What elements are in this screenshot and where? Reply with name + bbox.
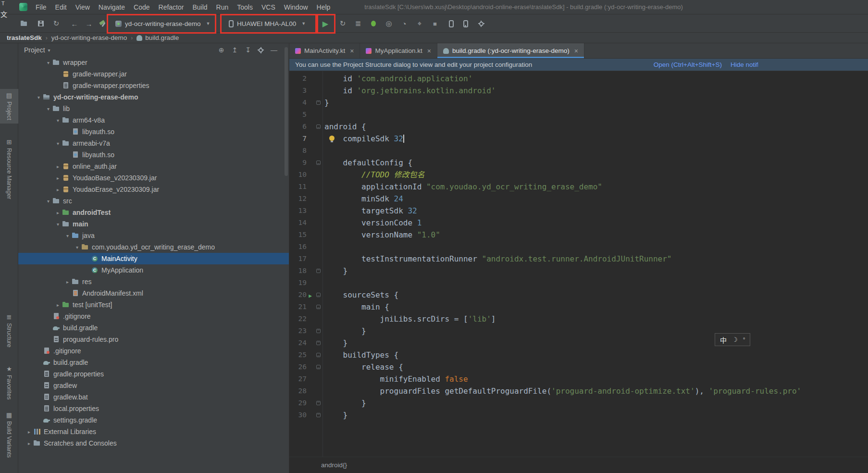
chevron-down-icon[interactable]: ▾ [54,222,62,227]
tree-item-gitignore[interactable]: .gitignore [18,311,289,322]
menu-edit[interactable]: Edit [51,3,71,11]
tree-item-androidtest[interactable]: ▸androidTest [18,207,289,218]
tree-item-armeabi-v7a[interactable]: ▾armeabi-v7a [18,137,289,149]
chevron-down-icon[interactable]: ▾ [44,199,52,204]
chevron-right-icon[interactable]: ▸ [25,441,33,446]
code-line-28[interactable]: 28 proguardFiles getDefaultProguardFile(… [289,385,868,397]
chevron-down-icon[interactable]: ▾ [44,106,52,112]
apply-changes-button[interactable]: ↻ [336,18,349,29]
tree-item-test-unittest[interactable]: ▸test [unitTest] [18,299,289,311]
tool-window-button-build-variants[interactable]: ▦Build Variants [0,409,18,461]
sync-files-button[interactable]: ↻ [50,18,62,29]
tree-item-mainactivity[interactable]: MainActivity [18,253,289,264]
breadcrumb-file[interactable]: build.gradle [145,34,179,41]
locate-file-icon[interactable]: ⊕ [219,46,224,54]
tree-item-java[interactable]: ▾java [18,230,289,241]
code-line-10[interactable]: 10 //TODO 修改包名 [289,169,868,181]
code-line-3[interactable]: 3 id 'org.jetbrains.kotlin.android' [289,85,868,97]
code-line-14[interactable]: 14 versionCode 1 [289,217,868,229]
menu-tools[interactable]: Tools [233,3,257,11]
code-line-9[interactable]: 9 defaultConfig { [289,157,868,169]
settings-gear-icon[interactable] [259,48,263,52]
chevron-down-icon[interactable]: ▾ [73,245,81,250]
chevron-right-icon[interactable]: ▸ [25,429,33,435]
editor-tab-build-gradle-yd-ocr-writing-erase-demo[interactable]: build.gradle (:yd-ocr-writing-erase-demo… [437,43,584,58]
tree-item-wrapper[interactable]: ▾wrapper [18,57,289,68]
fold-marker-icon[interactable] [316,293,321,297]
chevron-down-icon[interactable]: ▾ [35,95,43,100]
menu-help[interactable]: Help [312,3,335,11]
tree-item-gradle-wrapper-jar[interactable]: gradle-wrapper.jar [18,68,289,80]
tree-scrollbar[interactable] [285,47,288,176]
code-line-30[interactable]: 30 } [289,409,868,421]
tree-item-gradlew-bat[interactable]: gradlew.bat [18,391,289,403]
tree-item-androidmanifest-xml[interactable]: AndroidManifest.xml [18,287,289,299]
menu-run[interactable]: Run [212,3,233,11]
tree-item-lib[interactable]: ▾lib [18,103,289,114]
device-manager-button[interactable] [445,18,458,29]
code-line-25[interactable]: 25 buildTypes { [289,349,868,361]
fold-marker-icon[interactable] [316,305,321,309]
code-editor[interactable]: 2 id 'com.android.application'3 id 'org.… [289,71,868,457]
close-tab-icon[interactable]: × [350,47,354,55]
open-file-button[interactable] [19,18,32,29]
tree-item-external-libraries[interactable]: ▸External Libraries [18,426,289,437]
hide-panel-icon[interactable]: — [271,46,277,54]
code-line-16[interactable]: 16 [289,241,868,253]
editor-breadcrumb-item[interactable]: android{} [321,461,347,469]
tree-item-res[interactable]: ▸res [18,276,289,287]
profile-button[interactable]: ◔ [398,18,410,29]
hide-notification-link[interactable]: Hide notification [731,61,758,68]
ime-toolbar[interactable]: 中 ☽ ° [715,333,750,346]
code-line-6[interactable]: 6android { [289,121,868,133]
tool-window-button-project[interactable]: ▤Project [0,89,18,124]
code-line-27[interactable]: 27 minifyEnabled false [289,373,868,385]
fold-marker-icon[interactable] [316,401,321,405]
tree-item-gitignore[interactable]: .gitignore [18,345,289,357]
breadcrumb-project[interactable]: traslateSdk [7,34,42,41]
tree-item-arm64-v8a[interactable]: ▾arm64-v8a [18,114,289,126]
fold-marker-icon[interactable] [316,353,321,357]
chevron-right-icon[interactable]: ▸ [54,210,62,215]
code-line-7[interactable]: 7 compileSdk 32 [289,133,868,145]
menu-file[interactable]: File [31,3,51,11]
editor-tab-mainactivity-kt[interactable]: MainActivity.kt× [289,43,360,58]
code-line-4[interactable]: 4} [289,97,868,109]
fold-marker-icon[interactable] [316,100,321,105]
moon-icon[interactable]: ☽ [732,336,738,343]
tree-item-src[interactable]: ▾src [18,195,289,207]
code-line-13[interactable]: 13 targetSdk 32 [289,205,868,217]
code-line-23[interactable]: 23 } [289,325,868,337]
tree-item-libyauth-so[interactable]: libyauth.so [18,149,289,161]
tool-window-button-favorites[interactable]: ★Favorites [0,362,18,403]
attach-debugger-button[interactable]: ⌖ [413,18,426,29]
menu-navigate[interactable]: Navigate [94,3,129,11]
code-line-12[interactable]: 12 minSdk 24 [289,193,868,205]
ime-punctuation-icon[interactable]: ° [743,336,745,343]
code-line-2[interactable]: 2 id 'com.android.application' [289,73,868,85]
breadcrumb-module[interactable]: yd-ocr-writing-erase-demo [51,34,127,41]
intention-bulb-icon[interactable] [329,136,335,141]
tree-item-settings-gradle[interactable]: settings.gradle [18,414,289,426]
menu-view[interactable]: View [71,3,94,11]
tree-item-yd-ocr-writing-erase-demo[interactable]: ▾yd-ocr-writing-erase-demo [18,91,289,103]
code-line-15[interactable]: 15 versionName "1.0" [289,229,868,241]
code-line-22[interactable]: 22 jniLibs.srcDirs = ['lib'] [289,313,868,325]
tree-item-local-properties[interactable]: local.properties [18,403,289,414]
fold-marker-icon[interactable] [316,341,321,345]
tree-item-com-youdao-yd-ocr-writing-erase-demo[interactable]: ▾com.youdao.yd_ocr_writing_erase_demo [18,241,289,253]
fold-marker-icon[interactable] [316,161,321,165]
code-line-8[interactable]: 8 [289,145,868,157]
chevron-right-icon[interactable]: ▸ [54,187,62,192]
code-line-11[interactable]: 11 applicationId "com.youdao.yd_ocr_writ… [289,181,868,193]
menu-window[interactable]: Window [280,3,312,11]
code-line-5[interactable]: 5 [289,109,868,121]
code-line-17[interactable]: 17 testInstrumentationRunner "androidx.t… [289,253,868,265]
chevron-down-icon[interactable]: ▾ [54,141,62,146]
run-line-icon[interactable]: ▶ [309,293,312,299]
tool-window-button-resource-manager[interactable]: ⊞Resource Manager [0,136,18,202]
tree-item-main[interactable]: ▾main [18,218,289,230]
chevron-down-icon[interactable]: ▾ [44,60,52,65]
tree-item-youdaobase-v20230309-jar[interactable]: ▸YoudaoBase_v20230309.jar [18,172,289,184]
expand-all-icon[interactable]: ↥ [232,46,238,54]
